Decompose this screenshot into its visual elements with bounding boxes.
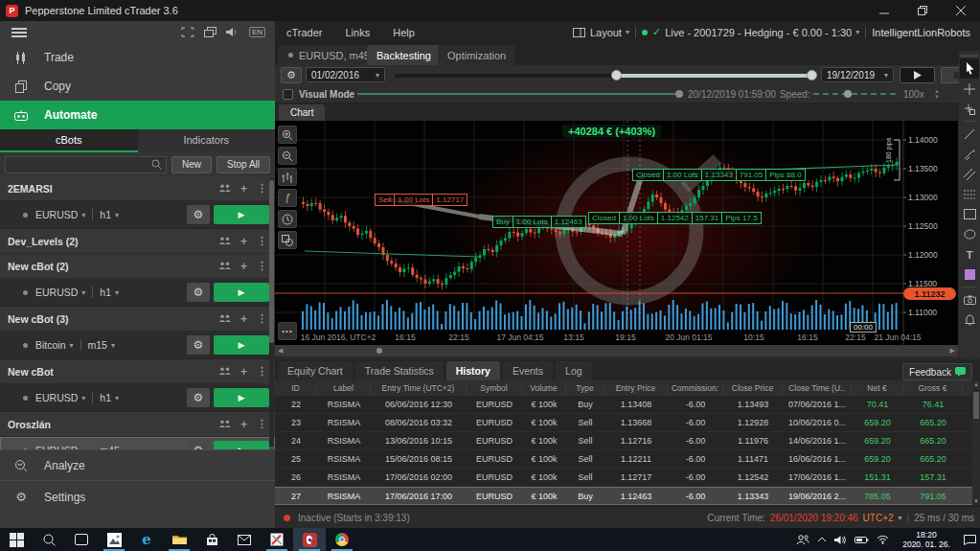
taskbar-paint-icon[interactable] [261, 528, 293, 551]
cbot-instance[interactable]: EURUSD▾h1▾⚙▶ [0, 201, 275, 229]
table-row[interactable]: 26RSISMA17/06/2016 02:00EURUSD€ 100kSell… [275, 469, 972, 487]
cbot-instance[interactable]: Bitcoin▾m15▾⚙▶ [0, 332, 275, 359]
fullscreen-icon[interactable] [181, 27, 194, 37]
scroll-down-icon[interactable]: ▼ [973, 498, 979, 504]
taskbar-store-icon[interactable] [195, 528, 228, 551]
people-group-icon[interactable] [218, 367, 231, 376]
taskbar-start-icon[interactable] [0, 528, 33, 551]
column-header[interactable]: Entry Price [604, 383, 668, 394]
tab-log[interactable]: Log [556, 361, 592, 380]
tab-cbots[interactable]: cBots [0, 129, 138, 152]
channel-icon[interactable] [960, 164, 979, 184]
kebab-menu-icon[interactable]: ⋮ [257, 235, 267, 247]
taskbar-mail-icon[interactable] [228, 528, 261, 551]
workspace-icon[interactable] [204, 27, 217, 37]
indicators-icon[interactable]: ƒ [278, 189, 297, 207]
instance-timeframe[interactable]: h1 [100, 287, 111, 298]
bell-icon[interactable] [960, 310, 979, 330]
taskbar-explorer-icon[interactable] [163, 528, 195, 551]
cbot-item[interactable]: 2EMARSI+⋮ [0, 176, 275, 201]
cbot-item[interactable]: New cBot (2)+⋮ [0, 254, 275, 279]
people-group-icon[interactable] [218, 237, 231, 245]
tab-optimization[interactable]: Optimization [438, 45, 515, 65]
layout-caret-icon[interactable]: ▾ [626, 28, 629, 36]
table-row[interactable]: 23RSISMA08/06/2016 03:32EURUSD€ 100kSell… [275, 414, 972, 432]
instance-symbol[interactable]: EURUSD [35, 392, 78, 403]
chart-canvas[interactable]: 180 pips ƒ ••• +40284 € (+403%) 1.140001… [275, 121, 958, 345]
kebab-menu-icon[interactable]: ⋮ [257, 365, 267, 378]
tab-symbol[interactable]: EURUSD, m45 [279, 45, 379, 65]
sidebar-item-copy[interactable]: Copy [0, 72, 275, 101]
instance-timeframe[interactable]: h1 [100, 392, 111, 403]
instance-start-button[interactable]: ▶ [214, 441, 269, 449]
end-date-input[interactable]: 19/12/2019▾ [821, 67, 894, 82]
text-icon[interactable]: T [960, 244, 979, 264]
account-selector[interactable]: Live - 2001729 - Hedging - € 0.00 - 1:30 [665, 27, 852, 38]
stop-all-button[interactable]: Stop All [217, 156, 270, 173]
scroll-thumb[interactable] [376, 348, 382, 354]
color-swatch-icon[interactable] [960, 264, 979, 285]
volume-icon[interactable] [834, 535, 847, 545]
scroll-right-icon[interactable]: ▶ [950, 347, 955, 355]
instance-settings-button[interactable]: ⚙ [187, 441, 210, 449]
chart-type-icon[interactable] [278, 168, 297, 186]
people-group-icon[interactable] [218, 420, 231, 428]
cbot-instance[interactable]: EURUSD▾h1▾⚙▶ [0, 384, 275, 412]
new-cbot-button[interactable]: New [171, 156, 212, 173]
add-instance-icon[interactable]: + [240, 312, 247, 326]
instance-timeframe[interactable]: h1 [100, 209, 111, 220]
table-row[interactable]: 25RSISMA15/06/2016 08:15EURUSD€ 100kSell… [275, 450, 972, 469]
timezone-caret-icon[interactable]: ▾ [899, 514, 902, 522]
cbots-scrollbar[interactable] [269, 178, 274, 447]
column-header[interactable]: Close Time (U.. [783, 383, 852, 394]
add-instance-icon[interactable]: + [240, 260, 247, 273]
people-group-icon[interactable] [218, 184, 231, 193]
speed-handle[interactable] [844, 90, 852, 98]
tab-backtesting[interactable]: Backtesting [367, 45, 441, 65]
fibonacci-icon[interactable] [960, 184, 979, 204]
close-button[interactable] [942, 0, 980, 21]
kebab-menu-icon[interactable]: ⋮ [257, 260, 267, 272]
visual-mode-checkbox[interactable] [283, 89, 293, 100]
zoom-out-icon[interactable] [278, 147, 297, 165]
menu-help[interactable]: Help [381, 27, 426, 38]
trendline-icon[interactable] [960, 124, 979, 144]
kebab-menu-icon[interactable]: ⋮ [257, 182, 267, 195]
cbot-instance[interactable]: EURUSD▾m45▾⚙▶ [0, 437, 275, 449]
column-header[interactable]: Gross € [903, 383, 963, 394]
chart-hscrollbar[interactable]: ◀ ▶ [275, 345, 958, 356]
add-instance-icon[interactable]: + [240, 418, 247, 431]
column-header[interactable]: Label [317, 383, 371, 394]
column-header[interactable]: Commission: [668, 383, 723, 394]
taskbar-photos-icon[interactable] [98, 528, 130, 551]
layout-button[interactable]: Layout [590, 27, 622, 38]
menu-icon[interactable] [11, 28, 27, 37]
add-instance-icon[interactable]: + [240, 235, 247, 248]
pencil-icon[interactable] [960, 144, 979, 164]
minimize-button[interactable] [865, 0, 903, 21]
measure-icon[interactable] [960, 99, 979, 119]
feedback-button[interactable]: Feedback [902, 363, 972, 380]
sidebar-item-trade[interactable]: Trade [0, 43, 275, 72]
people-group-icon[interactable] [218, 314, 231, 323]
kebab-menu-icon[interactable]: ⋮ [257, 418, 267, 430]
people-group-icon[interactable] [218, 262, 231, 270]
account-caret-icon[interactable]: ▾ [855, 28, 859, 36]
add-instance-icon[interactable]: + [240, 365, 247, 379]
start-date-input[interactable]: 01/02/2016▾ [306, 67, 385, 82]
taskbar-chrome-icon[interactable] [326, 528, 358, 551]
instance-start-button[interactable]: ▶ [214, 283, 269, 302]
instance-symbol[interactable]: EURUSD [35, 445, 78, 449]
column-header[interactable]: Net € [852, 383, 903, 394]
kebab-menu-icon[interactable]: ⋮ [257, 312, 267, 325]
table-scrollbar[interactable]: ▲ ▼ [972, 380, 980, 505]
table-row[interactable]: 27RSISMA17/06/2016 17:00EURUSD€ 100kBuy1… [275, 487, 972, 505]
tab-history[interactable]: History [446, 361, 500, 380]
menu-ctrader[interactable]: cTrader [275, 27, 334, 38]
chevron-up-icon[interactable] [817, 537, 827, 542]
instance-start-button[interactable]: ▶ [214, 388, 269, 407]
action-center-icon[interactable] [964, 535, 976, 545]
menu-links[interactable]: Links [334, 27, 382, 38]
instance-timeframe[interactable]: m15 [88, 339, 107, 351]
taskbar-edge-icon[interactable]: e [130, 528, 163, 551]
